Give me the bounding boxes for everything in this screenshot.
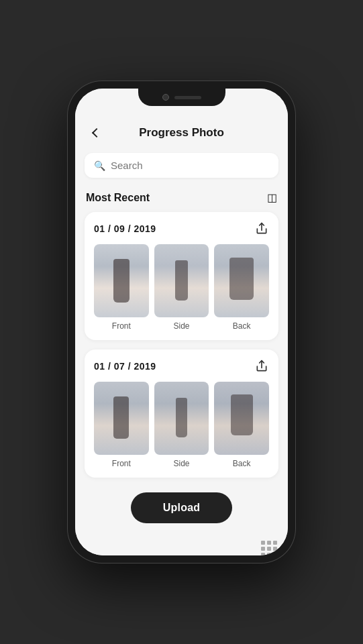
photo-image-side-1 [154, 244, 209, 317]
grid-dot [261, 547, 265, 551]
group-date-2: 01 / 07 / 2019 [94, 361, 156, 372]
notch-area [75, 89, 288, 113]
section-title: Most Recent [86, 192, 150, 204]
grid-dot [273, 547, 277, 551]
photos-grid-2: Front Side Back [94, 382, 269, 468]
notch [138, 89, 225, 106]
group-date-1: 01 / 09 / 2019 [94, 223, 156, 234]
camera-dot [162, 94, 169, 101]
photo-label-back-1: Back [233, 321, 251, 331]
grid-dot [267, 547, 271, 551]
bottom-bar [75, 534, 288, 555]
photo-label-front-1: Front [112, 321, 131, 331]
photo-item-front-2[interactable]: Front [94, 382, 149, 468]
screen-content: Progress Photo 🔍 Most Recent ◫ 01 / 09 /… [75, 113, 288, 555]
group-header-1: 01 / 09 / 2019 [94, 221, 269, 236]
grid-dot [273, 553, 277, 555]
photo-group-2: 01 / 07 / 2019 Front [85, 350, 278, 478]
back-arrow-icon [92, 128, 101, 138]
grid-dot [273, 541, 277, 545]
header: Progress Photo [75, 113, 288, 150]
speaker-bar [174, 96, 201, 99]
page-title: Progress Photo [105, 126, 258, 140]
search-input[interactable] [111, 160, 269, 171]
photo-label-front-2: Front [112, 459, 131, 468]
grid-menu-icon[interactable] [261, 541, 277, 555]
group-header-2: 01 / 07 / 2019 [94, 359, 269, 374]
upload-container: Upload [75, 487, 288, 534]
photo-image-front-2 [94, 382, 149, 455]
search-bar[interactable]: 🔍 [85, 153, 278, 178]
photo-item-back-1[interactable]: Back [214, 244, 269, 331]
share-button-2[interactable] [254, 359, 269, 374]
upload-button[interactable]: Upload [131, 492, 232, 523]
grid-dot [261, 553, 265, 555]
photo-group-1: 01 / 09 / 2019 Front [85, 212, 278, 340]
photo-label-side-1: Side [173, 321, 189, 331]
photo-image-back-2 [214, 382, 269, 455]
photo-image-side-2 [154, 382, 209, 455]
search-icon: 🔍 [94, 160, 105, 171]
filter-icon[interactable]: ◫ [267, 191, 277, 204]
phone-frame: Progress Photo 🔍 Most Recent ◫ 01 / 09 /… [67, 80, 296, 564]
photo-item-back-2[interactable]: Back [214, 382, 269, 468]
photos-grid-1: Front Side Back [94, 244, 269, 331]
grid-dot [267, 553, 271, 555]
grid-dot [267, 541, 271, 545]
back-button[interactable] [86, 123, 105, 142]
photo-image-back-1 [214, 244, 269, 317]
photo-label-back-2: Back [233, 459, 251, 468]
photo-item-front-1[interactable]: Front [94, 244, 149, 331]
share-button-1[interactable] [254, 221, 269, 236]
phone-screen: Progress Photo 🔍 Most Recent ◫ 01 / 09 /… [75, 89, 288, 555]
photo-item-side-1[interactable]: Side [154, 244, 209, 331]
section-header: Most Recent ◫ [75, 189, 288, 212]
photo-label-side-2: Side [173, 459, 189, 468]
grid-dot [261, 541, 265, 545]
photo-image-front-1 [94, 244, 149, 317]
photo-item-side-2[interactable]: Side [154, 382, 209, 468]
